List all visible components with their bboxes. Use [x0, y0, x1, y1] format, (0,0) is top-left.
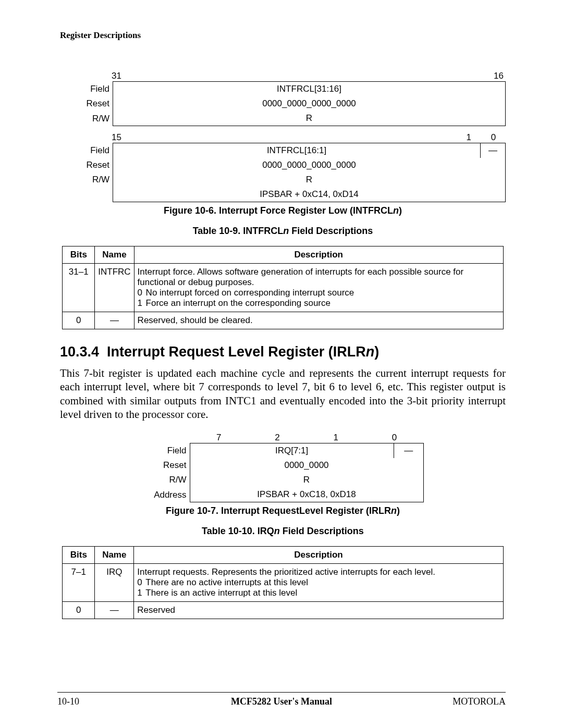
bit-label-0: 0 [481, 132, 506, 143]
intfrcl-field-low-reserved: — [481, 143, 505, 158]
table-row: 31–1 INTFRC Interrupt force. Allows soft… [63, 264, 503, 312]
intfrcl-rw-high: R [113, 111, 505, 126]
row-label-field: Field [70, 143, 113, 158]
col-header-bits: Bits [63, 246, 95, 264]
bit-label-15: 15 [109, 132, 457, 143]
cell-name: — [95, 312, 134, 329]
row-label-empty [70, 187, 113, 202]
col-header-bits: Bits [63, 547, 95, 564]
row-label-rw: R/W [142, 473, 190, 487]
cell-bits: 7–1 [63, 564, 95, 602]
figure-10-7-caption: Figure 10-7. Interrupt RequestLevel Regi… [60, 505, 506, 516]
footer-page-number: 10-10 [57, 696, 207, 707]
col-header-desc: Description [134, 547, 503, 564]
cell-desc: Reserved, should be cleared. [134, 312, 503, 329]
cell-desc: Interrupt requests. Represents the prior… [134, 564, 503, 602]
cell-name: — [95, 602, 134, 619]
intfrcl-rw-low: R [113, 172, 505, 187]
row-label-rw: R/W [70, 111, 113, 126]
footer-divider [57, 692, 506, 693]
section-body: This 7-bit register is updated each mach… [60, 366, 506, 421]
row-label-address: Address [142, 487, 190, 502]
row-label-reset: Reset [142, 458, 190, 473]
bit-label-1: 1 [307, 433, 365, 443]
bit-label-7: 7 [187, 433, 248, 443]
cell-desc: Interrupt force. Allows software generat… [134, 264, 503, 312]
row-label-field: Field [142, 443, 190, 458]
irq-field-table: Bits Name Description 7–1 IRQ Interrupt … [62, 546, 503, 619]
irlr-field: IRQ[7:1] [190, 443, 394, 458]
bit-label-2: 2 [248, 433, 307, 443]
intfrcl-address: IPSBAR + 0xC14, 0xD14 [113, 187, 505, 202]
intfrcl-register-diagram: 31 16 Field INTFRCL[31:16] Reset 0000_00… [70, 71, 506, 202]
irlr-rw: R [190, 473, 423, 487]
cell-bits: 0 [63, 602, 95, 619]
table-10-9-caption: Table 10-9. INTFRCLn Field Descriptions [60, 226, 506, 237]
row-label-reset: Reset [70, 96, 113, 111]
col-header-name: Name [95, 246, 134, 264]
intfrcl-reset-low: 0000_0000_0000_0000 [113, 158, 505, 172]
table-row: 0 — Reserved [63, 602, 503, 619]
cell-bits: 31–1 [63, 264, 95, 312]
cell-name: INTFRC [95, 264, 134, 312]
irlr-field-reserved: — [394, 443, 423, 458]
bit-label-31: 31 [109, 71, 136, 81]
col-header-name: Name [95, 547, 134, 564]
intfrcl-field-table: Bits Name Description 31–1 INTFRC Interr… [62, 246, 503, 329]
footer-brand: MOTOROLA [356, 696, 506, 707]
bit-label-16: 16 [479, 71, 506, 81]
page-footer: 10-10 MCF5282 User's Manual MOTOROLA [57, 696, 506, 707]
irlr-address: IPSBAR + 0xC18, 0xD18 [190, 487, 423, 502]
table-10-10-caption: Table 10-10. IRQn Field Descriptions [60, 526, 506, 537]
row-label-field: Field [70, 81, 113, 96]
col-header-desc: Description [134, 246, 503, 264]
figure-10-6-caption: Figure 10-6. Interrupt Force Register Lo… [60, 205, 506, 216]
intfrcl-field-low: INTFRCL[16:1] [113, 143, 480, 158]
bit-label-1: 1 [457, 132, 481, 143]
irlr-reset: 0000_0000 [190, 458, 423, 473]
row-label-rw: R/W [70, 172, 113, 187]
section-heading-10-3-4: 10.3.4 Interrupt Request Level Register … [60, 344, 506, 360]
footer-manual-title: MCF5282 User's Manual [207, 696, 357, 707]
cell-bits: 0 [63, 312, 95, 329]
intfrcl-reset-high: 0000_0000_0000_0000 [113, 96, 505, 111]
intfrcl-field-high: INTFRCL[31:16] [113, 82, 505, 96]
table-row: 0 — Reserved, should be cleared. [63, 312, 503, 329]
irlr-register-diagram: 7 2 1 0 Field IRQ[7:1] — Reset 0000_0000… [142, 433, 424, 502]
cell-name: IRQ [95, 564, 134, 602]
bit-label-0: 0 [365, 433, 423, 443]
page-header: Register Descriptions [60, 30, 506, 41]
table-row: 7–1 IRQ Interrupt requests. Represents t… [63, 564, 503, 602]
cell-desc: Reserved [134, 602, 503, 619]
row-label-reset: Reset [70, 158, 113, 172]
